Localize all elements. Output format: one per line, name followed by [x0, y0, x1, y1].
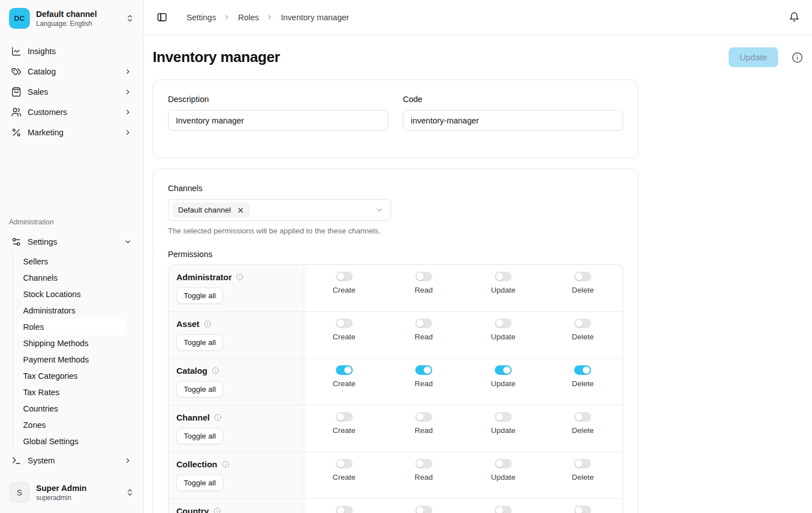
channel-switcher[interactable]: DC Default channel Language: English [7, 6, 136, 31]
permission-row-header: Asset Toggle all [168, 312, 304, 358]
toggle-read[interactable] [415, 412, 432, 422]
header-actions: Update [729, 47, 803, 67]
toggle-update[interactable] [495, 412, 512, 422]
toggle-knob [496, 413, 503, 421]
toggle-read[interactable] [415, 459, 432, 468]
toggle-all-button[interactable]: Toggle all [176, 475, 223, 491]
toggle-delete[interactable] [574, 319, 591, 328]
permission-toggle-group: Read [384, 272, 463, 311]
toggle-create[interactable] [336, 365, 353, 375]
toggle-label: Create [332, 379, 356, 388]
toggle-label: Read [415, 379, 433, 388]
toggle-read[interactable] [415, 319, 432, 328]
toggle-delete[interactable] [574, 365, 591, 375]
remove-channel-icon[interactable] [237, 206, 245, 214]
toggle-knob [575, 507, 583, 513]
sidebar-item-global-settings[interactable]: Global Settings [19, 433, 125, 449]
chevron-down-icon [124, 238, 132, 246]
sidebar-toggle-button[interactable] [154, 10, 170, 25]
toggle-delete[interactable] [574, 412, 591, 422]
breadcrumb-item-roles[interactable]: Roles [238, 13, 259, 22]
toggle-update[interactable] [495, 272, 512, 281]
toggle-delete[interactable] [574, 459, 591, 468]
toggle-create[interactable] [336, 412, 353, 422]
chevron-right-icon [124, 129, 132, 136]
toggle-knob [424, 366, 431, 374]
sidebar-item-sellers[interactable]: Sellers [19, 253, 125, 269]
permission-toggle-group: Delete [543, 319, 623, 358]
toggle-label: Delete [572, 333, 594, 341]
channels-select[interactable]: Default channel [168, 199, 391, 221]
toggle-delete[interactable] [574, 272, 591, 281]
sidebar-item-zones[interactable]: Zones [19, 417, 125, 433]
permission-toggles: Create Read Update Delete [304, 405, 623, 452]
channels-label: Channels [168, 184, 623, 193]
toggle-create[interactable] [336, 319, 353, 328]
permission-toggle-group: Update [464, 272, 543, 311]
chevron-down-icon [375, 206, 384, 214]
sidebar-item-shipping-methods[interactable]: Shipping Methods [19, 335, 125, 351]
sidebar-item-insights[interactable]: Insights [7, 41, 136, 61]
toggle-update[interactable] [495, 365, 512, 375]
toggle-create[interactable] [336, 272, 353, 281]
sidebar-item-channels[interactable]: Channels [19, 269, 125, 286]
breadcrumb-item-settings[interactable]: Settings [187, 13, 216, 22]
sidebar-item-tax-categories[interactable]: Tax Categories [19, 368, 125, 384]
chevron-right-icon [124, 108, 132, 116]
sidebar-item-administrators[interactable]: Administrators [19, 302, 125, 319]
sidebar-item-payment-methods[interactable]: Payment Methods [19, 351, 125, 368]
sidebar-item-roles[interactable]: Roles [19, 319, 125, 335]
permission-toggle-group: Create [304, 272, 384, 311]
info-icon [222, 461, 229, 468]
toggle-create[interactable] [336, 459, 353, 468]
chevron-right-icon [266, 14, 273, 21]
toggle-label: Read [415, 473, 433, 481]
topbar: Settings Roles Inventory manager [144, 0, 812, 35]
permission-toggle-group: Delete [543, 272, 623, 311]
toggle-knob [416, 413, 424, 421]
toggle-all-button[interactable]: Toggle all [176, 381, 223, 397]
update-button[interactable]: Update [729, 47, 778, 67]
sidebar-item-stock-locations[interactable]: Stock Locations [19, 286, 125, 302]
toggle-read[interactable] [415, 365, 432, 375]
permission-toggle-group: Read [384, 506, 463, 513]
toggle-update[interactable] [495, 459, 512, 468]
page-info-button[interactable] [792, 52, 803, 63]
toggle-knob [575, 413, 583, 421]
toggle-all-button[interactable]: Toggle all [176, 428, 223, 444]
toggle-all-button[interactable]: Toggle all [176, 288, 223, 304]
description-field-group: Description [168, 95, 388, 131]
sidebar-item-customers[interactable]: Customers [7, 102, 136, 122]
sidebar-item-system[interactable]: System [7, 450, 136, 471]
toggle-knob [416, 507, 424, 513]
sidebar-item-marketing[interactable]: Marketing [7, 122, 136, 143]
toggle-label: Read [415, 333, 433, 341]
toggle-create[interactable] [336, 506, 353, 513]
notifications-button[interactable] [789, 12, 800, 23]
permission-toggle-group: Create [304, 459, 384, 498]
toggle-label: Update [491, 286, 516, 294]
description-input[interactable] [168, 110, 388, 131]
toggle-all-button[interactable]: Toggle all [176, 334, 223, 351]
toggle-knob [575, 320, 583, 327]
sidebar-item-sales[interactable]: Sales [7, 82, 136, 102]
chart-line-icon [11, 46, 21, 56]
toggle-update[interactable] [495, 319, 512, 328]
user-menu[interactable]: S Super Admin superadmin [7, 480, 136, 505]
permission-toggle-group: Update [464, 365, 543, 405]
sidebar-item-catalog[interactable]: Catalog [7, 61, 136, 82]
sidebar-item-tax-rates[interactable]: Tax Rates [19, 384, 125, 400]
toggle-delete[interactable] [574, 506, 591, 513]
shopping-bag-icon [11, 87, 21, 97]
toggle-read[interactable] [415, 506, 432, 513]
code-input[interactable] [403, 110, 623, 131]
sidebar-item-countries[interactable]: Countries [19, 400, 125, 417]
permission-toggles: Create Read Update Delete [304, 265, 623, 311]
toggle-update[interactable] [495, 506, 512, 513]
sidebar-item-settings[interactable]: Settings [7, 232, 136, 252]
permission-toggle-group: Update [464, 506, 543, 513]
toggle-label: Update [491, 473, 516, 481]
administration-section: Administration Settings Sellers Channels… [7, 218, 136, 471]
permission-row-header: Country Toggle all [168, 499, 304, 513]
toggle-read[interactable] [415, 272, 432, 281]
